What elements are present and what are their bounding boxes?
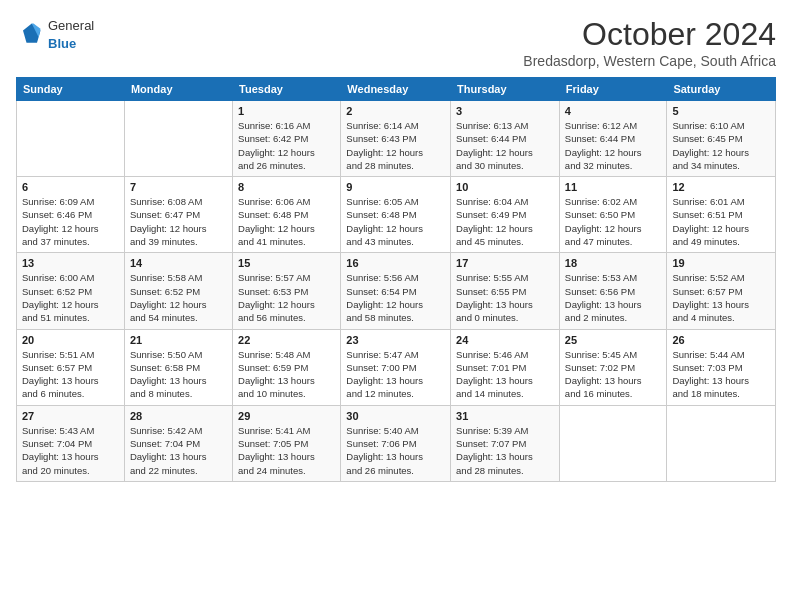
day-info: Sunrise: 5:56 AM Sunset: 6:54 PM Dayligh… <box>346 271 445 324</box>
day-number: 26 <box>672 334 770 346</box>
weekday-header-sunday: Sunday <box>17 78 125 101</box>
day-number: 20 <box>22 334 119 346</box>
day-number: 23 <box>346 334 445 346</box>
day-info: Sunrise: 6:14 AM Sunset: 6:43 PM Dayligh… <box>346 119 445 172</box>
day-number: 6 <box>22 181 119 193</box>
day-info: Sunrise: 5:57 AM Sunset: 6:53 PM Dayligh… <box>238 271 335 324</box>
calendar-week-row: 20Sunrise: 5:51 AM Sunset: 6:57 PM Dayli… <box>17 329 776 405</box>
day-info: Sunrise: 6:02 AM Sunset: 6:50 PM Dayligh… <box>565 195 662 248</box>
day-info: Sunrise: 5:47 AM Sunset: 7:00 PM Dayligh… <box>346 348 445 401</box>
day-info: Sunrise: 5:39 AM Sunset: 7:07 PM Dayligh… <box>456 424 554 477</box>
day-info: Sunrise: 5:46 AM Sunset: 7:01 PM Dayligh… <box>456 348 554 401</box>
day-number: 2 <box>346 105 445 117</box>
weekday-header-tuesday: Tuesday <box>233 78 341 101</box>
calendar-cell: 22Sunrise: 5:48 AM Sunset: 6:59 PM Dayli… <box>233 329 341 405</box>
day-info: Sunrise: 5:45 AM Sunset: 7:02 PM Dayligh… <box>565 348 662 401</box>
day-info: Sunrise: 5:53 AM Sunset: 6:56 PM Dayligh… <box>565 271 662 324</box>
day-number: 8 <box>238 181 335 193</box>
page-header: General Blue October 2024 Bredasdorp, We… <box>16 16 776 69</box>
calendar-cell: 5Sunrise: 6:10 AM Sunset: 6:45 PM Daylig… <box>667 101 776 177</box>
day-number: 21 <box>130 334 227 346</box>
calendar-cell: 25Sunrise: 5:45 AM Sunset: 7:02 PM Dayli… <box>559 329 667 405</box>
day-number: 3 <box>456 105 554 117</box>
day-number: 14 <box>130 257 227 269</box>
day-info: Sunrise: 6:04 AM Sunset: 6:49 PM Dayligh… <box>456 195 554 248</box>
month-title: October 2024 <box>523 16 776 53</box>
day-info: Sunrise: 6:12 AM Sunset: 6:44 PM Dayligh… <box>565 119 662 172</box>
day-number: 17 <box>456 257 554 269</box>
calendar-cell: 9Sunrise: 6:05 AM Sunset: 6:48 PM Daylig… <box>341 177 451 253</box>
calendar-cell: 29Sunrise: 5:41 AM Sunset: 7:05 PM Dayli… <box>233 405 341 481</box>
day-number: 27 <box>22 410 119 422</box>
calendar-cell: 27Sunrise: 5:43 AM Sunset: 7:04 PM Dayli… <box>17 405 125 481</box>
calendar-cell: 3Sunrise: 6:13 AM Sunset: 6:44 PM Daylig… <box>451 101 560 177</box>
calendar-cell: 8Sunrise: 6:06 AM Sunset: 6:48 PM Daylig… <box>233 177 341 253</box>
calendar-cell: 18Sunrise: 5:53 AM Sunset: 6:56 PM Dayli… <box>559 253 667 329</box>
day-info: Sunrise: 5:44 AM Sunset: 7:03 PM Dayligh… <box>672 348 770 401</box>
day-number: 16 <box>346 257 445 269</box>
calendar-cell: 11Sunrise: 6:02 AM Sunset: 6:50 PM Dayli… <box>559 177 667 253</box>
calendar-cell: 4Sunrise: 6:12 AM Sunset: 6:44 PM Daylig… <box>559 101 667 177</box>
calendar-cell: 1Sunrise: 6:16 AM Sunset: 6:42 PM Daylig… <box>233 101 341 177</box>
weekday-header-saturday: Saturday <box>667 78 776 101</box>
calendar-cell: 13Sunrise: 6:00 AM Sunset: 6:52 PM Dayli… <box>17 253 125 329</box>
day-number: 31 <box>456 410 554 422</box>
calendar-week-row: 13Sunrise: 6:00 AM Sunset: 6:52 PM Dayli… <box>17 253 776 329</box>
day-info: Sunrise: 5:52 AM Sunset: 6:57 PM Dayligh… <box>672 271 770 324</box>
day-info: Sunrise: 6:06 AM Sunset: 6:48 PM Dayligh… <box>238 195 335 248</box>
calendar-cell: 20Sunrise: 5:51 AM Sunset: 6:57 PM Dayli… <box>17 329 125 405</box>
day-info: Sunrise: 6:05 AM Sunset: 6:48 PM Dayligh… <box>346 195 445 248</box>
day-number: 22 <box>238 334 335 346</box>
day-number: 25 <box>565 334 662 346</box>
calendar-cell: 19Sunrise: 5:52 AM Sunset: 6:57 PM Dayli… <box>667 253 776 329</box>
calendar-cell: 10Sunrise: 6:04 AM Sunset: 6:49 PM Dayli… <box>451 177 560 253</box>
day-info: Sunrise: 6:09 AM Sunset: 6:46 PM Dayligh… <box>22 195 119 248</box>
day-number: 11 <box>565 181 662 193</box>
calendar-cell: 2Sunrise: 6:14 AM Sunset: 6:43 PM Daylig… <box>341 101 451 177</box>
calendar-week-row: 27Sunrise: 5:43 AM Sunset: 7:04 PM Dayli… <box>17 405 776 481</box>
day-number: 30 <box>346 410 445 422</box>
day-number: 19 <box>672 257 770 269</box>
calendar-cell: 15Sunrise: 5:57 AM Sunset: 6:53 PM Dayli… <box>233 253 341 329</box>
calendar-cell: 6Sunrise: 6:09 AM Sunset: 6:46 PM Daylig… <box>17 177 125 253</box>
weekday-header-row: SundayMondayTuesdayWednesdayThursdayFrid… <box>17 78 776 101</box>
day-number: 18 <box>565 257 662 269</box>
day-info: Sunrise: 5:50 AM Sunset: 6:58 PM Dayligh… <box>130 348 227 401</box>
calendar-cell: 21Sunrise: 5:50 AM Sunset: 6:58 PM Dayli… <box>124 329 232 405</box>
calendar-cell: 30Sunrise: 5:40 AM Sunset: 7:06 PM Dayli… <box>341 405 451 481</box>
logo: General Blue <box>16 16 94 52</box>
weekday-header-friday: Friday <box>559 78 667 101</box>
day-number: 13 <box>22 257 119 269</box>
day-info: Sunrise: 5:58 AM Sunset: 6:52 PM Dayligh… <box>130 271 227 324</box>
day-number: 5 <box>672 105 770 117</box>
day-info: Sunrise: 6:01 AM Sunset: 6:51 PM Dayligh… <box>672 195 770 248</box>
calendar-cell <box>559 405 667 481</box>
day-number: 24 <box>456 334 554 346</box>
logo-icon <box>16 20 44 48</box>
day-info: Sunrise: 6:08 AM Sunset: 6:47 PM Dayligh… <box>130 195 227 248</box>
calendar-week-row: 6Sunrise: 6:09 AM Sunset: 6:46 PM Daylig… <box>17 177 776 253</box>
calendar-cell: 23Sunrise: 5:47 AM Sunset: 7:00 PM Dayli… <box>341 329 451 405</box>
day-info: Sunrise: 5:41 AM Sunset: 7:05 PM Dayligh… <box>238 424 335 477</box>
day-info: Sunrise: 6:13 AM Sunset: 6:44 PM Dayligh… <box>456 119 554 172</box>
location-title: Bredasdorp, Western Cape, South Africa <box>523 53 776 69</box>
day-number: 29 <box>238 410 335 422</box>
day-info: Sunrise: 5:40 AM Sunset: 7:06 PM Dayligh… <box>346 424 445 477</box>
weekday-header-thursday: Thursday <box>451 78 560 101</box>
day-info: Sunrise: 5:48 AM Sunset: 6:59 PM Dayligh… <box>238 348 335 401</box>
calendar-cell: 12Sunrise: 6:01 AM Sunset: 6:51 PM Dayli… <box>667 177 776 253</box>
weekday-header-monday: Monday <box>124 78 232 101</box>
calendar-cell: 26Sunrise: 5:44 AM Sunset: 7:03 PM Dayli… <box>667 329 776 405</box>
day-info: Sunrise: 5:51 AM Sunset: 6:57 PM Dayligh… <box>22 348 119 401</box>
day-info: Sunrise: 5:43 AM Sunset: 7:04 PM Dayligh… <box>22 424 119 477</box>
day-info: Sunrise: 6:10 AM Sunset: 6:45 PM Dayligh… <box>672 119 770 172</box>
day-number: 9 <box>346 181 445 193</box>
calendar-cell: 16Sunrise: 5:56 AM Sunset: 6:54 PM Dayli… <box>341 253 451 329</box>
calendar-cell: 14Sunrise: 5:58 AM Sunset: 6:52 PM Dayli… <box>124 253 232 329</box>
calendar-cell <box>17 101 125 177</box>
day-info: Sunrise: 6:00 AM Sunset: 6:52 PM Dayligh… <box>22 271 119 324</box>
day-number: 1 <box>238 105 335 117</box>
title-block: October 2024 Bredasdorp, Western Cape, S… <box>523 16 776 69</box>
day-info: Sunrise: 5:42 AM Sunset: 7:04 PM Dayligh… <box>130 424 227 477</box>
logo-blue: Blue <box>48 36 76 51</box>
